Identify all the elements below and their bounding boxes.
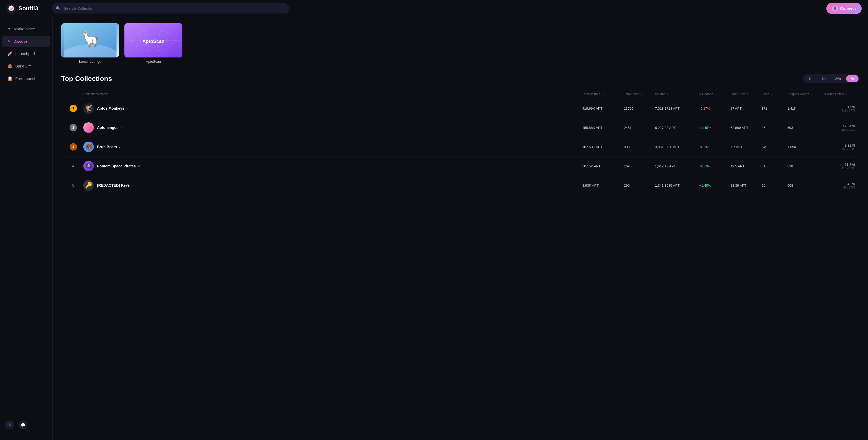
items-listed-value: 9.32 % 466 / 5000 [824, 144, 855, 151]
avatar-emoji: 🔑 [83, 180, 94, 191]
collection-info: 🔑 [REDACTED] Keys [83, 180, 580, 191]
discord-link[interactable]: 💬 [19, 420, 27, 430]
search-bar: 🔍 [52, 3, 289, 13]
total-sales-value: 8089 [624, 145, 653, 149]
table-row[interactable]: 5 🔑 [REDACTED] Keys 3.93K APT 295 1,341.… [61, 176, 860, 195]
table-header: Collections Name Total Volume ⇅ Total Sa… [61, 90, 860, 99]
logo-icon: 🍥 [6, 4, 16, 13]
aptoscan-label: AptoScan [124, 60, 182, 64]
items-pct: 11.3 % [824, 163, 855, 167]
volume-value: 6,227.03 APT [655, 126, 697, 130]
twitter-icon: 𝕏 [8, 423, 11, 427]
rank-cell: 2 [65, 124, 81, 131]
collection-avatar: 🦩 [83, 122, 94, 133]
collection-name: [REDACTED] Keys [97, 183, 130, 187]
aptoscan-image: AptoScan [124, 23, 182, 58]
sales-value: 349 [762, 145, 785, 149]
table-row[interactable]: 2 🦩 Aptomingos ✓ 155.88K APT 2451 6,227.… [61, 118, 860, 137]
items-listed-value: 12.54 % 152 / 1212 [824, 124, 855, 131]
unique-owners-value: 508 [787, 184, 822, 187]
total-volume-value: 155.88K APT [582, 126, 622, 130]
time-filter-7d[interactable]: 7d [846, 75, 859, 82]
collection-name: Bruh Bears [97, 145, 117, 149]
col-items-listed[interactable]: %Items Listed ⇅ [824, 92, 855, 96]
featured-card-aptoscan[interactable]: AptoScan AptoScan [124, 23, 182, 64]
avatar-emoji: 🐒 [83, 103, 94, 114]
col-total-sales[interactable]: Total Sales ⇅ [624, 92, 653, 96]
sales-value: 86 [762, 126, 785, 130]
col-total-volume[interactable]: Total Volume ⇅ [582, 92, 622, 96]
items-listed-value: 11.3 % 113 / 1000 [824, 163, 855, 170]
collection-name: Pontem Space Pirates [97, 164, 136, 168]
table-row[interactable]: 3 🐻 Bruh Bears ✓ 107.63K APT 8089 3,051.… [61, 137, 860, 157]
items-pct: 12.54 % [824, 124, 855, 128]
floor-price-value: 7.7 APT [731, 145, 760, 149]
collection-name-wrap: Aptomingos ✓ [97, 125, 123, 130]
volume-value: 3,051.0728 APT [655, 145, 697, 149]
svg-text:🦙: 🦙 [81, 30, 100, 48]
collection-name-wrap: Aptos Monkeys ✓ [97, 106, 129, 111]
collection-info: 🐒 Aptos Monkeys ✓ [83, 103, 580, 114]
pct-change-sort-icon: ⇅ [714, 93, 716, 96]
freelaunch-icon: 📋 [7, 76, 13, 81]
col-volume[interactable]: Volume ⇅ [655, 92, 697, 96]
sidebar-item-bakeoff[interactable]: 🍩 Bake Off [2, 60, 50, 72]
time-filter-6h[interactable]: 6h [818, 75, 830, 82]
section-header: Top Collections 1h 6h 24h 7d [61, 74, 860, 83]
logo[interactable]: 🍥 Souffl3 [6, 4, 43, 13]
table-row[interactable]: 4 🏴‍☠️ Pontem Space Pirates ✓ 50.15K APT… [61, 157, 860, 176]
search-input[interactable] [52, 3, 289, 13]
unique-owners-value: 1.05K [787, 145, 822, 149]
total-volume-value: 50.15K APT [582, 164, 622, 168]
col-pct-change[interactable]: %Change ⇅ [699, 92, 728, 96]
rank-badge-gold: 1 [70, 105, 77, 112]
total-volume-value: 107.63K APT [582, 145, 622, 149]
verified-badge: ✓ [126, 106, 129, 111]
items-pct: 3.43 % [824, 182, 855, 186]
unique-owners-sort-icon: ⇅ [810, 93, 812, 96]
col-floor-price[interactable]: Floor Price ⇅ [731, 92, 760, 96]
sales-value: 61 [762, 164, 785, 168]
sidebar-item-discover[interactable]: ✳ Discover [2, 36, 50, 47]
volume-sort-icon: ⇅ [666, 93, 669, 96]
connect-button[interactable]: 👤 Connect [826, 3, 862, 14]
svg-text:🍥: 🍥 [8, 5, 14, 11]
collection-info: 🏴‍☠️ Pontem Space Pirates ✓ [83, 161, 580, 171]
avatar-emoji: 🐻 [83, 142, 94, 152]
volume-value: 1,341.3585 APT [655, 184, 697, 187]
discover-icon: ✳ [7, 39, 11, 44]
rank-number: 4 [72, 164, 74, 168]
items-pct: 9.32 % [824, 144, 855, 147]
total-volume-value: 3.93K APT [582, 184, 622, 187]
account-icon: 👤 [832, 5, 838, 11]
unique-owners-value: 1.41K [787, 106, 822, 111]
items-ratio: 713 / 7777 [824, 109, 855, 112]
table-row[interactable]: 1 🐒 Aptos Monkeys ✓ 419.69K APT 13799 7,… [61, 99, 860, 118]
total-sales-value: 295 [624, 184, 653, 187]
floor-price-value: 17 APT [731, 106, 760, 111]
pct-change-value: +1.45% [699, 184, 728, 187]
bakeoff-icon: 🍩 [7, 64, 13, 68]
collection-name-wrap: Pontem Space Pirates ✓ [97, 164, 141, 168]
sidebar-item-freelaunch[interactable]: 📋 FreeLaunch [2, 73, 50, 84]
featured-card-lemur[interactable]: 🦙 Lemur Lounge [61, 23, 119, 64]
floor-price-value: 19.5 APT [731, 164, 760, 168]
twitter-link[interactable]: 𝕏 [5, 420, 14, 430]
items-listed-value: 9.17 % 713 / 7777 [824, 105, 855, 112]
lemur-lounge-label: Lemur Lounge [61, 60, 119, 64]
total-sales-value: 1696 [624, 164, 653, 168]
rank-cell: 1 [65, 105, 81, 112]
sales-value: 90 [762, 184, 785, 187]
col-sales[interactable]: Sales ⇅ [762, 92, 785, 96]
header-right: 👤 Connect [826, 3, 862, 14]
time-filter-1h[interactable]: 1h [804, 75, 816, 82]
section-title: Top Collections [61, 74, 112, 83]
time-filter-24h[interactable]: 24h [831, 75, 845, 82]
sidebar-item-marketplace[interactable]: ✦ Marketplace [2, 23, 50, 35]
col-unique-owners[interactable]: Unique Owners ⇅ [787, 92, 822, 96]
sidebar-item-launchpad[interactable]: 🚀 Launchpad [2, 48, 50, 59]
collection-info: 🐻 Bruh Bears ✓ [83, 142, 580, 152]
time-filters: 1h 6h 24h 7d [803, 74, 860, 83]
collection-name-wrap: Bruh Bears ✓ [97, 145, 122, 149]
sales-value: 371 [762, 106, 785, 111]
